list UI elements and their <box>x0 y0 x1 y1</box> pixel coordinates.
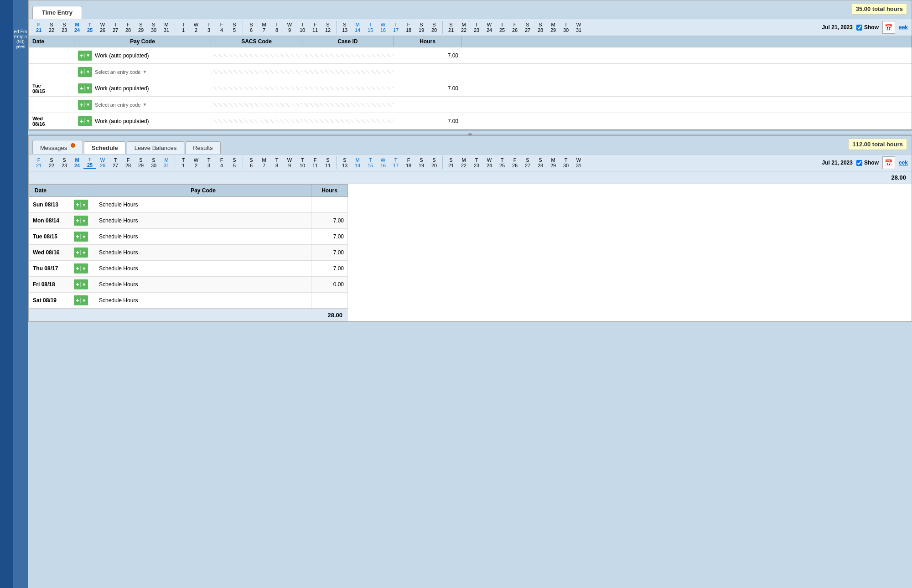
s-cal-day-W26[interactable]: W26 <box>96 157 109 168</box>
add-button-1[interactable]: + ▼ <box>78 51 92 61</box>
s-cal-day-W2[interactable]: W2 <box>190 157 202 168</box>
sched-add-btn-3[interactable]: + ▼ <box>74 232 88 242</box>
s-cal-day-S13[interactable]: S13 <box>338 157 351 168</box>
cal-day-T30[interactable]: T30 <box>560 22 572 33</box>
cal-day-S20[interactable]: S20 <box>428 22 440 33</box>
s-cal-day-S20[interactable]: S20 <box>428 157 440 168</box>
s-cal-day-T3[interactable]: T3 <box>202 157 215 168</box>
cal-day-T1[interactable]: T1 <box>177 22 190 33</box>
s-cal-day-F11[interactable]: F11 <box>309 157 321 168</box>
s-cal-day-T15[interactable]: T15 <box>364 157 377 168</box>
cal-day-S12[interactable]: S12 <box>321 22 334 33</box>
s-cal-day-W24[interactable]: W24 <box>483 157 496 168</box>
s-cal-day-F18[interactable]: F18 <box>402 157 415 168</box>
s-cal-day-W16[interactable]: W16 <box>377 157 389 168</box>
s-cal-day-W9[interactable]: W9 <box>283 157 296 168</box>
cal-day-F26[interactable]: F26 <box>508 22 521 33</box>
cal-day-W31[interactable]: W31 <box>572 22 585 33</box>
paycode-select-4[interactable]: Select an entry code ▼ <box>95 102 147 108</box>
cal-day-M24[interactable]: M24 <box>71 22 83 33</box>
s-cal-day-S6[interactable]: S6 <box>245 157 258 168</box>
s-cal-day-T30[interactable]: T30 <box>560 157 572 168</box>
cal-day-S30[interactable]: S30 <box>147 22 160 33</box>
cal-day-S22[interactable]: S22 <box>45 22 58 33</box>
cal-day-T10[interactable]: T10 <box>296 22 309 33</box>
schedule-show-checkbox-container[interactable]: Show <box>856 160 879 166</box>
s-cal-day-M22[interactable]: M22 <box>457 157 470 168</box>
cal-day-M7[interactable]: M7 <box>258 22 270 33</box>
s-cal-day-T23[interactable]: T23 <box>470 157 483 168</box>
cal-day-S27[interactable]: S27 <box>521 22 534 33</box>
s-cal-day-S30[interactable]: S30 <box>147 157 160 168</box>
cal-day-S23[interactable]: S23 <box>58 22 71 33</box>
cal-day-W24[interactable]: W24 <box>483 22 496 33</box>
sched-add-btn-4[interactable]: + ▼ <box>74 248 88 258</box>
s-cal-day-S19[interactable]: S19 <box>415 157 428 168</box>
cal-day-F4[interactable]: F4 <box>215 22 228 33</box>
s-cal-day-T10[interactable]: T10 <box>296 157 309 168</box>
cal-day-W2[interactable]: W2 <box>190 22 202 33</box>
cal-day-F11[interactable]: F11 <box>309 22 321 33</box>
s-cal-day-F4[interactable]: F4 <box>215 157 228 168</box>
s-cal-day-S22[interactable]: S22 <box>45 157 58 168</box>
cal-day-S5[interactable]: S5 <box>228 22 241 33</box>
schedule-calendar-icon[interactable]: 📅 <box>882 156 895 169</box>
cal-day-F21[interactable]: F21 <box>32 22 45 33</box>
s-cal-day-S27[interactable]: S27 <box>521 157 534 168</box>
cal-day-S13[interactable]: S13 <box>338 22 351 33</box>
week-link[interactable]: eek <box>899 24 908 31</box>
s-cal-day-M7[interactable]: M7 <box>258 157 270 168</box>
show-checkbox-container[interactable]: Show <box>856 24 879 31</box>
cal-day-S29[interactable]: S29 <box>135 22 147 33</box>
results-tab[interactable]: Results <box>185 141 220 154</box>
schedule-tab[interactable]: Schedule <box>84 141 126 154</box>
s-cal-day-M14[interactable]: M14 <box>351 157 364 168</box>
cal-day-W26[interactable]: W26 <box>96 22 109 33</box>
add-button-4[interactable]: + ▼ <box>78 100 92 110</box>
leave-balances-tab[interactable]: Leave Balances <box>127 141 185 154</box>
cal-day-T25b[interactable]: T25 <box>496 22 508 33</box>
s-cal-day-S29[interactable]: S29 <box>135 157 147 168</box>
s-cal-day-F26[interactable]: F26 <box>508 157 521 168</box>
s-cal-day-T8[interactable]: T8 <box>270 157 283 168</box>
cal-day-T17[interactable]: T17 <box>389 22 402 33</box>
cal-day-M22[interactable]: M22 <box>457 22 470 33</box>
s-cal-day-F28[interactable]: F28 <box>122 157 135 168</box>
cal-day-S19[interactable]: S19 <box>415 22 428 33</box>
s-cal-day-M24[interactable]: M24 <box>71 157 83 168</box>
s-cal-day-S23[interactable]: S23 <box>58 157 71 168</box>
cal-day-T8[interactable]: T8 <box>270 22 283 33</box>
sched-add-btn-1[interactable]: + ▼ <box>74 200 88 210</box>
s-cal-day-T17[interactable]: T17 <box>389 157 402 168</box>
s-cal-day-T27[interactable]: T27 <box>109 157 122 168</box>
schedule-week-link[interactable]: eek <box>899 160 908 166</box>
s-cal-day-M31[interactable]: M31 <box>160 157 173 168</box>
time-entry-tab[interactable]: Time Entry <box>32 6 82 19</box>
cal-day-M14[interactable]: M14 <box>351 22 364 33</box>
cal-day-W9[interactable]: W9 <box>283 22 296 33</box>
s-cal-day-S12[interactable]: S11 <box>321 157 334 168</box>
cal-day-W16[interactable]: W16 <box>377 22 389 33</box>
cal-day-S6[interactable]: S6 <box>245 22 258 33</box>
s-cal-day-S28[interactable]: S28 <box>534 157 547 168</box>
cal-day-M29[interactable]: M29 <box>547 22 560 33</box>
cal-day-T3[interactable]: T3 <box>202 22 215 33</box>
s-cal-day-T1[interactable]: T1 <box>177 157 190 168</box>
cal-day-T27[interactable]: T27 <box>109 22 122 33</box>
s-cal-day-F21[interactable]: F21 <box>32 157 45 168</box>
schedule-show-checkbox[interactable] <box>856 160 862 166</box>
sched-add-btn-2[interactable]: + ▼ <box>74 216 88 226</box>
cal-day-M31[interactable]: M31 <box>160 22 173 33</box>
cal-day-F18[interactable]: F18 <box>402 22 415 33</box>
show-checkbox[interactable] <box>856 25 862 31</box>
add-button-2[interactable]: + ▼ <box>78 67 92 77</box>
messages-tab[interactable]: Messages <box>32 140 83 154</box>
cal-day-T25[interactable]: T25 <box>83 22 96 33</box>
cal-day-F28[interactable]: F28 <box>122 22 135 33</box>
paycode-select-2[interactable]: Select an entry code ▼ <box>95 69 147 75</box>
add-button-5[interactable]: + ▼ <box>78 116 92 126</box>
cal-day-S21[interactable]: S21 <box>445 22 457 33</box>
sched-add-btn-6[interactable]: + ▼ <box>74 279 88 289</box>
calendar-icon[interactable]: 📅 <box>882 21 895 34</box>
s-cal-day-S5[interactable]: S5 <box>228 157 241 168</box>
